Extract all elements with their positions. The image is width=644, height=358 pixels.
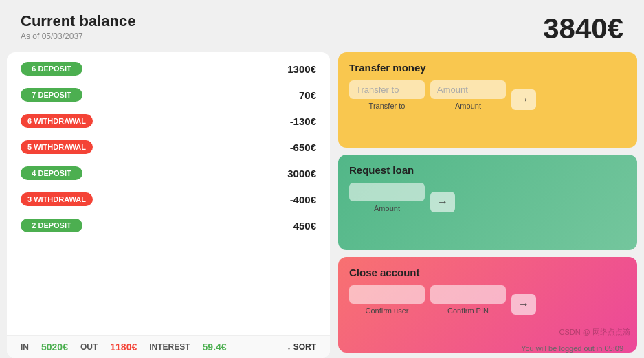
transfer-amount-group: Amount xyxy=(430,80,506,110)
transfer-panel-title: Transfer money xyxy=(349,62,626,74)
transfer-to-input[interactable] xyxy=(349,80,425,99)
loan-panel-title: Request loan xyxy=(349,164,626,176)
transfer-form: Transfer to Amount → xyxy=(349,80,626,110)
transaction-badge: 5 WITHDRAWAL xyxy=(21,140,93,154)
close-submit-button[interactable]: → xyxy=(511,294,536,315)
loan-form: Amount → xyxy=(349,183,626,212)
logout-notice: You will be logged out in 05:09 xyxy=(521,344,623,353)
right-panels: Transfer money Transfer to Amount → Requ… xyxy=(338,52,637,358)
footer-in-value: 5020€ xyxy=(41,342,68,353)
transaction-amount: 1300€ xyxy=(287,63,316,75)
balance-date: As of 05/03/2037 xyxy=(21,32,136,41)
confirm-pin-label: Confirm PIN xyxy=(447,306,489,315)
confirm-pin-input[interactable] xyxy=(430,285,506,304)
sort-button[interactable]: ↓ SORT xyxy=(287,342,316,352)
top-header: Current balance As of 05/03/2037 3840€ xyxy=(0,0,644,52)
transaction-amount: -130€ xyxy=(290,115,316,127)
transaction-row: 5 WITHDRAWAL-650€ xyxy=(21,140,316,154)
transaction-amount: -400€ xyxy=(290,194,316,205)
transaction-badge: 6 WITHDRAWAL xyxy=(21,114,93,128)
confirm-user-group: Confirm user xyxy=(349,285,425,315)
transfer-to-group: Transfer to xyxy=(349,80,425,110)
loan-panel: Request loan Amount → xyxy=(338,155,637,250)
transaction-row: 6 WITHDRAWAL-130€ xyxy=(21,114,316,128)
transaction-badge: 2 DEPOSIT xyxy=(21,219,82,232)
transaction-amount: -650€ xyxy=(290,142,316,153)
transfer-submit-button[interactable]: → xyxy=(511,89,536,110)
transaction-row: 6 DEPOSIT1300€ xyxy=(21,62,316,76)
footer-interest-value: 59.4€ xyxy=(203,342,227,353)
footer-out-value: 1180€ xyxy=(110,342,137,353)
transfer-amount-label: Amount xyxy=(455,102,481,110)
transactions-footer: IN 5020€ OUT 1180€ INTEREST 59.4€ ↓ SORT xyxy=(7,335,330,358)
loan-submit-button[interactable]: → xyxy=(430,192,455,212)
transaction-row: 3 WITHDRAWAL-400€ xyxy=(21,192,316,206)
footer-in-label: IN xyxy=(21,342,29,352)
transfer-to-label: Transfer to xyxy=(369,102,406,110)
loan-amount-group: Amount xyxy=(349,183,425,212)
transaction-badge: 6 DEPOSIT xyxy=(21,62,82,76)
balance-amount: 3840€ xyxy=(543,12,623,45)
transaction-row: 2 DEPOSIT450€ xyxy=(21,219,316,232)
transaction-amount: 450€ xyxy=(293,220,316,232)
transfer-amount-input[interactable] xyxy=(430,80,506,99)
transaction-badge: 4 DEPOSIT xyxy=(21,166,82,180)
transactions-panel: 6 DEPOSIT1300€7 DEPOSIT70€6 WITHDRAWAL-1… xyxy=(7,52,330,358)
transfer-panel: Transfer money Transfer to Amount → xyxy=(338,52,637,148)
footer-out-label: OUT xyxy=(80,342,98,352)
balance-info: Current balance As of 05/03/2037 xyxy=(21,12,136,41)
transaction-row: 7 DEPOSIT70€ xyxy=(21,88,316,102)
transaction-badge: 3 WITHDRAWAL xyxy=(21,192,93,206)
transaction-amount: 3000€ xyxy=(287,168,316,179)
confirm-pin-group: Confirm PIN xyxy=(430,285,506,315)
close-panel: Close account Confirm user Confirm PIN → xyxy=(338,257,637,353)
close-panel-title: Close account xyxy=(349,267,626,278)
main-content: 6 DEPOSIT1300€7 DEPOSIT70€6 WITHDRAWAL-1… xyxy=(0,52,644,358)
loan-amount-input[interactable] xyxy=(349,183,425,201)
loan-amount-label: Amount xyxy=(374,204,400,212)
transaction-badge: 7 DEPOSIT xyxy=(21,88,82,102)
close-form: Confirm user Confirm PIN → xyxy=(349,285,626,315)
footer-interest-label: INTEREST xyxy=(149,342,190,352)
transactions-scroll[interactable]: 6 DEPOSIT1300€7 DEPOSIT70€6 WITHDRAWAL-1… xyxy=(7,52,330,335)
confirm-user-input[interactable] xyxy=(349,285,425,304)
confirm-user-label: Confirm user xyxy=(366,306,409,315)
transaction-amount: 70€ xyxy=(299,89,316,101)
transaction-row: 4 DEPOSIT3000€ xyxy=(21,166,316,180)
balance-title: Current balance xyxy=(21,12,136,30)
